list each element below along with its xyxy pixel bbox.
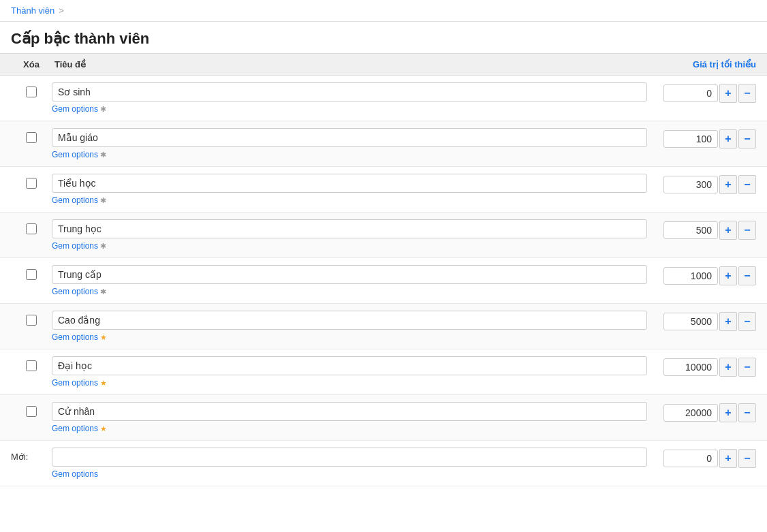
checkbox-col: [11, 128, 52, 143]
increment-button[interactable]: +: [719, 84, 737, 103]
increment-button[interactable]: +: [719, 403, 737, 422]
new-increment-button[interactable]: +: [719, 449, 737, 468]
new-value-col: + −: [647, 448, 756, 468]
row-checkbox[interactable]: [26, 406, 37, 417]
gem-star-icon: ★: [100, 379, 107, 388]
value-col: + −: [647, 82, 756, 103]
row-content: Gem options ✱: [52, 219, 647, 251]
table-row: Gem options ✱ + −: [0, 167, 767, 213]
gem-options-link[interactable]: Gem options ★: [52, 424, 647, 433]
increment-button[interactable]: +: [719, 312, 737, 331]
gem-options-label: Gem options: [52, 195, 98, 205]
title-input[interactable]: [52, 219, 647, 238]
row-checkbox[interactable]: [26, 223, 37, 234]
value-col: + −: [647, 356, 756, 377]
row-checkbox[interactable]: [26, 269, 37, 280]
increment-button[interactable]: +: [719, 266, 737, 285]
header-delete: Xóa: [11, 59, 52, 69]
decrement-button[interactable]: −: [738, 84, 756, 103]
title-input[interactable]: [52, 311, 647, 330]
decrement-button[interactable]: −: [738, 175, 756, 194]
gem-options-label: Gem options: [52, 424, 98, 433]
value-input[interactable]: [663, 176, 718, 193]
decrement-button[interactable]: −: [738, 266, 756, 285]
checkbox-col: [11, 265, 52, 280]
decrement-button[interactable]: −: [738, 403, 756, 422]
value-col: + −: [647, 402, 756, 422]
page-title: Cấp bậc thành viên: [0, 22, 767, 53]
row-content: Gem options ★: [52, 356, 647, 388]
checkbox-col: [11, 174, 52, 189]
table-body: Gem options ✱ + − Gem options ✱ + −: [0, 76, 767, 441]
table-row: Gem options ✱ + −: [0, 76, 767, 121]
decrement-button[interactable]: −: [738, 221, 756, 240]
title-input[interactable]: [52, 402, 647, 421]
breadcrumb-parent-link[interactable]: Thành viên: [11, 5, 54, 16]
value-col: + −: [647, 311, 756, 331]
gem-options-label: Gem options: [52, 241, 98, 251]
increment-button[interactable]: +: [719, 175, 737, 194]
table-row: Gem options ✱ + −: [0, 258, 767, 304]
title-input[interactable]: [52, 82, 647, 101]
gem-options-link[interactable]: Gem options ✱: [52, 104, 647, 114]
decrement-button[interactable]: −: [738, 312, 756, 331]
gem-star-icon: ★: [100, 333, 107, 342]
breadcrumb-separator: >: [59, 5, 64, 16]
gem-options-link[interactable]: Gem options ✱: [52, 287, 647, 296]
table-row: Gem options ✱ + −: [0, 213, 767, 258]
value-input[interactable]: [663, 313, 718, 330]
row-content: Gem options ★: [52, 311, 647, 342]
gem-options-link[interactable]: Gem options ✱: [52, 195, 647, 205]
value-col: + −: [647, 219, 756, 240]
value-input[interactable]: [663, 358, 718, 376]
value-input[interactable]: [663, 404, 718, 422]
table-row: Gem options ★ + −: [0, 349, 767, 395]
row-checkbox[interactable]: [26, 360, 37, 371]
checkbox-col: [11, 219, 52, 234]
value-input[interactable]: [663, 221, 718, 239]
new-value-input[interactable]: [663, 450, 718, 467]
value-input[interactable]: [663, 130, 718, 148]
gem-options-link[interactable]: Gem options ★: [52, 378, 647, 388]
gem-options-link[interactable]: Gem options ✱: [52, 150, 647, 159]
title-input[interactable]: [52, 128, 647, 147]
decrement-button[interactable]: −: [738, 129, 756, 148]
title-input[interactable]: [52, 356, 647, 375]
gem-options-label: Gem options: [52, 378, 98, 388]
value-input[interactable]: [663, 267, 718, 285]
increment-button[interactable]: +: [719, 221, 737, 240]
table-row: Gem options ★ + −: [0, 395, 767, 441]
value-col: + −: [647, 128, 756, 148]
row-checkbox[interactable]: [26, 132, 37, 143]
row-content: Gem options ✱: [52, 82, 647, 114]
new-row: Mới: Gem options + −: [0, 441, 767, 486]
checkbox-col: [11, 311, 52, 326]
value-input[interactable]: [663, 84, 718, 102]
gem-star-icon: ★: [100, 424, 107, 433]
new-row-content: Gem options: [52, 448, 647, 479]
row-checkbox[interactable]: [26, 178, 37, 189]
row-content: Gem options ✱: [52, 174, 647, 205]
increment-button[interactable]: +: [719, 358, 737, 377]
gem-options-label: Gem options: [52, 287, 98, 296]
new-decrement-button[interactable]: −: [738, 449, 756, 468]
increment-button[interactable]: +: [719, 129, 737, 148]
page-container: Thành viên > Cấp bậc thành viên Xóa Tiêu…: [0, 0, 767, 532]
gem-star-icon: ✱: [100, 242, 106, 251]
gem-options-label: Gem options: [52, 150, 98, 159]
title-input[interactable]: [52, 265, 647, 284]
new-title-input[interactable]: [52, 448, 647, 467]
row-checkbox[interactable]: [26, 87, 37, 97]
new-row-label: Mới:: [11, 448, 52, 462]
title-input[interactable]: [52, 174, 647, 193]
checkbox-col: [11, 356, 52, 371]
new-gem-options-link[interactable]: Gem options: [52, 469, 647, 479]
row-checkbox[interactable]: [26, 315, 37, 326]
checkbox-col: [11, 82, 52, 97]
value-col: + −: [647, 174, 756, 194]
gem-options-link[interactable]: Gem options ✱: [52, 241, 647, 251]
gem-star-icon: ✱: [100, 287, 106, 296]
gem-options-link[interactable]: Gem options ★: [52, 332, 647, 342]
gem-star-icon: ✱: [100, 105, 106, 114]
decrement-button[interactable]: −: [738, 358, 756, 377]
